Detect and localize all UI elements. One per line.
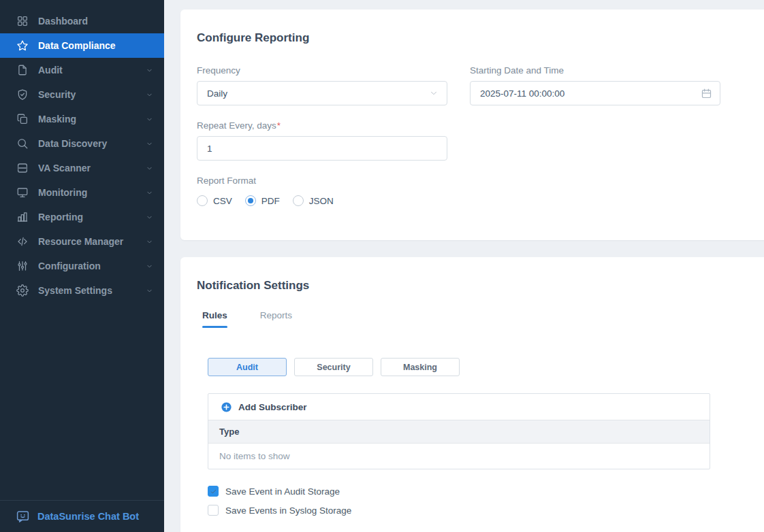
repeat-every-label: Repeat Every, days [197, 120, 276, 131]
sidebar-item-label: Masking [38, 114, 76, 124]
sidebar: DashboardData ComplianceAuditSecurityMas… [0, 0, 164, 532]
report-format-option-pdf[interactable]: PDF [245, 195, 280, 206]
sidebar-item-masking[interactable]: Masking [0, 107, 164, 131]
chat-bot-label: DataSunrise Chat Bot [37, 511, 139, 522]
radio-label: JSON [309, 196, 334, 206]
chevron-down-icon [146, 189, 153, 197]
starting-datetime-input[interactable] [470, 81, 720, 105]
tab-reports[interactable]: Reports [260, 310, 292, 328]
checkbox-row-save-events-in-syslog-storage[interactable]: Save Events in Syslog Storage [208, 505, 764, 516]
chevron-down-icon [146, 140, 153, 148]
subscribers-table-header: Type [208, 420, 710, 444]
code-icon [16, 235, 29, 248]
rule-type-button-security[interactable]: Security [294, 358, 373, 376]
configure-reporting-title: Configure Reporting [197, 10, 764, 46]
chevron-down-icon [146, 263, 153, 270]
checkbox-checked[interactable] [208, 486, 219, 497]
checkbox-label: Save Event in Audit Storage [225, 486, 340, 497]
main-content: Configure Reporting Frequency Daily Star… [164, 0, 764, 532]
sidebar-item-monitoring[interactable]: Monitoring [0, 180, 164, 205]
radio-label: PDF [261, 196, 280, 206]
report-format-field: Report Format CSVPDFJSON [197, 176, 447, 206]
report-format-label: Report Format [197, 176, 447, 186]
dashboard-icon [16, 15, 29, 27]
rule-type-button-masking[interactable]: Masking [381, 358, 460, 376]
add-subscriber-label: Add Subscriber [238, 402, 307, 412]
chevron-down-icon [146, 116, 153, 123]
notification-settings-card: Notification Settings RulesReports Audit… [180, 257, 764, 532]
chevron-down-icon [146, 91, 153, 99]
required-mark: * [277, 120, 281, 131]
sidebar-item-resource-manager[interactable]: Resource Manager [0, 229, 164, 254]
sidebar-item-reporting[interactable]: Reporting [0, 205, 164, 229]
chevron-down-icon [146, 287, 153, 295]
chat-bot-icon [16, 510, 30, 524]
configure-reporting-card: Configure Reporting Frequency Daily Star… [180, 10, 764, 240]
plus-circle-icon [221, 401, 232, 413]
rules-tab-content: AuditSecurityMasking Add Subscriber Type… [208, 358, 764, 516]
report-format-option-csv[interactable]: CSV [197, 195, 232, 206]
subscribers-panel: Add Subscriber Type No items to show [208, 393, 710, 469]
sidebar-item-audit[interactable]: Audit [0, 58, 164, 82]
repeat-every-field: Repeat Every, days* [197, 120, 447, 161]
chevron-down-icon [146, 214, 153, 221]
scanner-icon [16, 162, 29, 174]
tab-rules[interactable]: Rules [202, 310, 227, 328]
report-format-option-json[interactable]: JSON [293, 195, 334, 206]
sidebar-item-label: Data Discovery [38, 138, 107, 149]
sidebar-item-label: System Settings [38, 285, 112, 296]
chat-bot-link[interactable]: DataSunrise Chat Bot [0, 500, 164, 532]
sidebar-item-data-compliance[interactable]: Data Compliance [0, 33, 164, 58]
sidebar-item-va-scanner[interactable]: VA Scanner [0, 156, 164, 180]
file-icon [16, 64, 29, 76]
repeat-every-input[interactable] [197, 136, 447, 161]
star-icon [16, 39, 29, 52]
gear-icon [16, 284, 29, 297]
sidebar-item-label: Configuration [38, 261, 101, 271]
subscribers-empty-text: No items to show [208, 444, 710, 469]
monitor-icon [16, 186, 29, 199]
frequency-value: Daily [207, 88, 227, 99]
column-header-type: Type [219, 427, 239, 437]
search-icon [16, 137, 29, 150]
sidebar-item-label: Data Compliance [38, 40, 116, 51]
sidebar-item-label: Security [38, 89, 76, 100]
storage-checkboxes: Save Event in Audit StorageSave Events i… [208, 486, 764, 516]
add-subscriber-button[interactable]: Add Subscriber [208, 394, 710, 420]
notification-settings-title: Notification Settings [197, 257, 764, 294]
sliders-icon [16, 260, 29, 272]
masking-icon [16, 113, 29, 125]
starting-datetime-field: Starting Date and Time [470, 65, 720, 105]
sidebar-item-dashboard[interactable]: Dashboard [0, 9, 164, 33]
frequency-select[interactable]: Daily [197, 81, 447, 105]
chevron-down-icon [146, 67, 153, 74]
checkbox-label: Save Events in Syslog Storage [225, 505, 351, 516]
chevron-down-icon [146, 165, 153, 172]
sidebar-item-data-discovery[interactable]: Data Discovery [0, 131, 164, 156]
sidebar-item-label: Resource Manager [38, 236, 123, 247]
sidebar-nav: DashboardData ComplianceAuditSecurityMas… [0, 0, 164, 500]
starting-datetime-label: Starting Date and Time [470, 65, 720, 76]
checkbox-row-save-event-in-audit-storage[interactable]: Save Event in Audit Storage [208, 486, 764, 497]
sidebar-item-label: Monitoring [38, 187, 87, 198]
radio-selected[interactable] [245, 195, 256, 206]
sidebar-item-security[interactable]: Security [0, 82, 164, 107]
sidebar-item-configuration[interactable]: Configuration [0, 254, 164, 278]
bar-chart-icon [16, 211, 29, 223]
sidebar-item-system-settings[interactable]: System Settings [0, 278, 164, 303]
radio-unselected[interactable] [197, 195, 208, 206]
sidebar-item-label: Audit [38, 65, 63, 76]
shield-check-icon [16, 88, 29, 101]
rule-type-buttons: AuditSecurityMasking [208, 358, 764, 376]
chevron-down-icon [429, 88, 439, 98]
checkbox-unchecked[interactable] [208, 505, 219, 516]
reporting-form-row: Frequency Daily Starting Date and Time [197, 65, 764, 105]
report-format-radios: CSVPDFJSON [197, 195, 447, 206]
rule-type-button-audit[interactable]: Audit [208, 358, 287, 376]
radio-label: CSV [213, 196, 232, 206]
chevron-down-icon [146, 238, 153, 246]
sidebar-item-label: Dashboard [38, 16, 88, 27]
radio-unselected[interactable] [293, 195, 304, 206]
check-icon [210, 488, 217, 495]
calendar-icon [701, 88, 712, 99]
